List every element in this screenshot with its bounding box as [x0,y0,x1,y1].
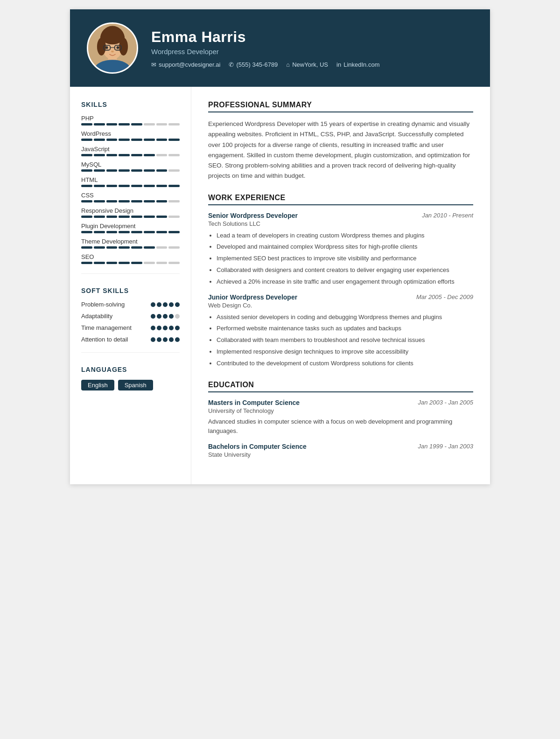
bar-segment [119,185,130,187]
soft-skill-name: Adaptability [81,313,151,320]
dot [169,326,174,330]
soft-skill-row: Problem-solving [81,301,180,308]
bar-segment [144,123,155,125]
resume-container: Emma Harris Wordpress Developer ✉ suppor… [70,9,490,484]
skill-bar [81,216,180,218]
job-bullets: Lead a team of developers in creating cu… [208,231,473,287]
languages-section: LANGUAGES EnglishSpanish [81,366,180,390]
dot [151,314,155,319]
soft-skill-dots [151,314,180,319]
contact-row: ✉ support@cvdesigner.ai ✆ (555) 345-6789… [151,61,379,68]
skill-bar [81,200,180,202]
education-entry: Masters in Computer ScienceJan 2003 - Ja… [208,399,473,437]
dot [175,326,180,330]
skill-item: HTML [81,176,180,187]
skill-bar [81,139,180,141]
bar-segment [119,231,130,233]
bar-segment [156,123,168,125]
skill-bar [81,169,180,172]
dot [163,302,168,307]
skill-name: JavaScript [81,146,180,153]
bar-segment [106,231,118,233]
job-bullet: Collaborated with designers and content … [217,265,473,275]
bar-segment [131,185,142,187]
bar-segment [144,169,155,172]
bar-segment [131,200,142,202]
bar-segment [144,139,155,141]
bar-segment [94,169,105,172]
bar-segment [94,200,105,202]
bar-segment [131,231,142,233]
bar-segment [119,169,130,172]
email-contact: ✉ support@cvdesigner.ai [151,61,220,68]
edu-date: Jan 2003 - Jan 2005 [418,399,473,406]
bar-segment [81,200,92,202]
skill-name: SEO [81,253,180,260]
email-text: support@cvdesigner.ai [159,61,220,68]
dot [157,326,161,330]
dot [175,337,180,342]
phone-icon: ✆ [229,61,234,68]
work-title: WORK EXPERIENCE [208,194,473,205]
bar-segment [106,262,118,264]
job-company: Web Design Co. [208,302,473,309]
job-header: Senior Wordpress DeveloperJan 2010 - Pre… [208,212,473,219]
bar-segment [156,246,168,249]
job-company: Tech Solutions LLC [208,220,473,227]
job-bullet: Implemented responsive design techniques… [217,347,473,357]
dot [151,302,155,307]
soft-skills-section: SOFT SKILLS Problem-solvingAdaptabilityT… [81,287,180,343]
dot [157,314,161,319]
skill-bar [81,246,180,249]
bar-segment [94,154,105,156]
candidate-title: Wordpress Developer [151,48,379,56]
dot [151,337,155,342]
bar-segment [119,200,130,202]
skill-bar [81,123,180,125]
job-title: Junior Wordpress Developer [208,293,297,301]
edu-date: Jan 1999 - Jan 2003 [418,443,473,450]
bar-segment [156,216,168,218]
bar-segment [168,169,180,172]
bar-segment [119,216,130,218]
bar-segment [144,231,155,233]
bar-segment [94,246,105,249]
job-date: Mar 2005 - Dec 2009 [416,293,473,300]
bar-segment [156,185,168,187]
skill-bar [81,231,180,233]
skill-item: JavaScript [81,146,180,156]
soft-skill-dots [151,337,180,342]
skill-name: MySQL [81,161,180,168]
svg-point-6 [119,38,128,56]
bar-segment [144,216,155,218]
summary-title: PROFESSIONAL SUMMARY [208,101,473,112]
bar-segment [156,262,168,264]
bar-segment [81,169,92,172]
header-info: Emma Harris Wordpress Developer ✉ suppor… [151,28,379,68]
bar-segment [131,246,142,249]
location-contact: ⌂ NewYork, US [286,61,328,68]
bar-segment [81,123,92,125]
edu-degree: Masters in Computer Science [208,399,300,406]
bar-segment [168,123,180,125]
language-tag: English [81,380,114,390]
skill-name: PHP [81,115,180,122]
job-bullet: Contributed to the development of custom… [217,359,473,369]
dot [169,314,174,319]
location-icon: ⌂ [286,61,290,68]
language-tags: EnglishSpanish [81,380,180,390]
job-bullet: Developed and maintained complex Wordpre… [217,242,473,252]
bar-segment [144,185,155,187]
bar-segment [168,216,180,218]
skill-name: Responsive Design [81,207,180,214]
dot [151,326,155,330]
divider-2 [81,352,180,353]
job-bullet: Achieved a 20% increase in site traffic … [217,277,473,287]
bar-segment [168,262,180,264]
avatar [87,22,138,74]
bar-segment [156,139,168,141]
skill-name: WordPress [81,130,180,137]
soft-skills-title: SOFT SKILLS [81,287,180,294]
dot [169,337,174,342]
dot [163,314,168,319]
